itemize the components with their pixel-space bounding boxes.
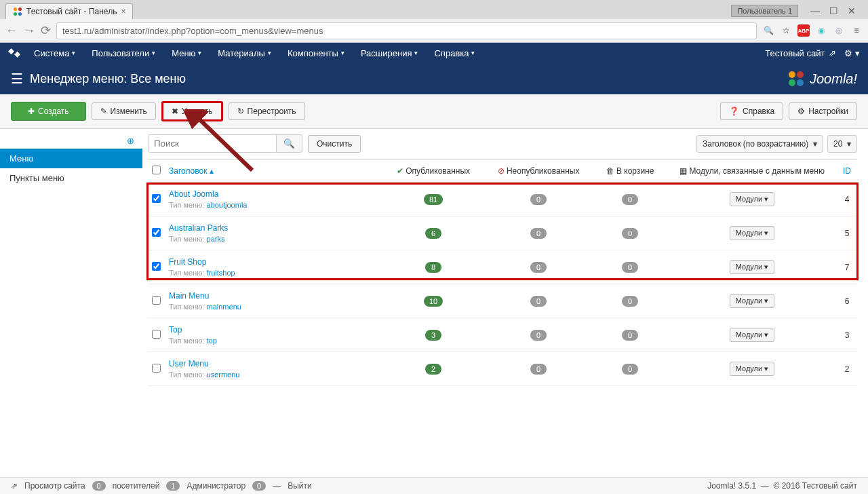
published-badge[interactable]: 81 bbox=[424, 194, 443, 205]
row-checkbox[interactable] bbox=[152, 228, 161, 237]
row-checkbox[interactable] bbox=[152, 262, 161, 271]
user-badge[interactable]: Пользователь 1 bbox=[731, 5, 798, 17]
row-type-link[interactable]: usermenu bbox=[207, 370, 240, 379]
site-link[interactable]: Тестовый сайт ⇗ bbox=[765, 48, 836, 58]
unpublished-badge[interactable]: 0 bbox=[530, 364, 547, 375]
modules-button[interactable]: Модули ▾ bbox=[730, 294, 774, 308]
unpublished-badge[interactable]: 0 bbox=[530, 262, 547, 273]
svg-point-0 bbox=[14, 7, 17, 10]
row-type-link[interactable]: fruitshop bbox=[207, 269, 235, 277]
published-badge[interactable]: 3 bbox=[425, 330, 441, 341]
joomla-brand-icon bbox=[787, 69, 806, 88]
clear-button[interactable]: Очистить bbox=[308, 135, 361, 153]
delete-button[interactable]: ✖ Удалить bbox=[161, 101, 223, 121]
row-type-link[interactable]: parks bbox=[207, 235, 225, 243]
row-title[interactable]: Fruit Shop bbox=[169, 257, 378, 267]
row-checkbox[interactable] bbox=[152, 296, 161, 305]
joomla-brand: Joomla! bbox=[787, 69, 857, 88]
nav-components[interactable]: Компоненты ▾ bbox=[281, 44, 351, 62]
col-title[interactable]: Заголовок bbox=[169, 166, 207, 176]
svg-point-1 bbox=[18, 7, 22, 10]
check-all[interactable] bbox=[152, 166, 161, 174]
menu-icon[interactable]: ≡ bbox=[850, 24, 863, 37]
modules-button[interactable]: Модули ▾ bbox=[730, 362, 774, 376]
row-checkbox[interactable] bbox=[152, 194, 161, 203]
unpublished-badge[interactable]: 0 bbox=[530, 296, 547, 307]
abp-icon[interactable]: ABP bbox=[797, 24, 810, 37]
nav-system[interactable]: Система ▾ bbox=[27, 44, 82, 62]
published-badge[interactable]: 2 bbox=[425, 364, 441, 375]
forward-icon[interactable]: → bbox=[23, 24, 35, 38]
close-window-icon[interactable]: ✕ bbox=[848, 5, 856, 16]
nav-content[interactable]: Материалы ▾ bbox=[211, 44, 278, 62]
nav-extensions[interactable]: Расширения ▾ bbox=[354, 44, 425, 62]
sidebar-item[interactable]: Меню bbox=[0, 149, 142, 168]
options-button[interactable]: ⚙ Настройки bbox=[789, 102, 857, 120]
row-id: 7 bbox=[837, 250, 857, 284]
row-title[interactable]: Main Menu bbox=[169, 291, 378, 301]
trashed-badge[interactable]: 0 bbox=[622, 296, 638, 307]
help-button[interactable]: ❓ Справка bbox=[720, 102, 783, 120]
main-panel: 🔍 Очистить Заголовок (по возрастанию) ▾ … bbox=[142, 129, 868, 392]
zoom-icon[interactable]: 🔍 bbox=[762, 24, 774, 37]
reload-icon[interactable]: ⟳ bbox=[41, 23, 51, 38]
nav-help[interactable]: Справка ▾ bbox=[427, 44, 481, 62]
trashed-badge[interactable]: 0 bbox=[622, 330, 638, 341]
maximize-icon[interactable]: ☐ bbox=[829, 5, 838, 16]
modules-button[interactable]: Модули ▾ bbox=[730, 260, 774, 274]
row-checkbox[interactable] bbox=[152, 330, 161, 339]
search-input[interactable] bbox=[148, 134, 277, 153]
row-type-link[interactable]: aboutjoomla bbox=[207, 201, 248, 209]
star-icon[interactable]: ☆ bbox=[780, 24, 792, 37]
address-bar: ← → ⟳ test1.ru/administrator/index.php?o… bbox=[0, 19, 868, 42]
extension-icons: 🔍 ☆ ABP ◉ ◎ ≡ bbox=[762, 24, 863, 37]
col-id[interactable]: ID bbox=[843, 166, 851, 176]
limit-select[interactable]: 20 ▾ bbox=[827, 135, 857, 153]
trashed-badge[interactable]: 0 bbox=[622, 194, 638, 205]
row-title[interactable]: User Menu bbox=[169, 359, 378, 368]
caret-down-icon: ▾ bbox=[268, 50, 271, 56]
unpublished-badge[interactable]: 0 bbox=[530, 194, 547, 205]
trashed-badge[interactable]: 0 bbox=[622, 262, 638, 273]
row-id: 2 bbox=[837, 352, 857, 386]
row-checkbox[interactable] bbox=[152, 364, 161, 373]
published-badge[interactable]: 10 bbox=[424, 296, 443, 307]
rebuild-button[interactable]: ↻ Перестроить bbox=[229, 102, 305, 120]
extension2-icon[interactable]: ◎ bbox=[833, 24, 845, 37]
module-icon: ▦ bbox=[679, 166, 687, 176]
url-field[interactable]: test1.ru/administrator/index.php?option=… bbox=[56, 22, 757, 39]
sort-select[interactable]: Заголовок (по возрастанию) ▾ bbox=[696, 135, 823, 153]
edit-button[interactable]: ✎ Изменить bbox=[92, 102, 156, 120]
search-button[interactable]: 🔍 bbox=[277, 134, 302, 153]
row-type-link[interactable]: mainmenu bbox=[207, 303, 241, 311]
row-title[interactable]: About Joomla bbox=[169, 189, 378, 199]
row-id: 6 bbox=[837, 284, 857, 318]
minimize-icon[interactable]: — bbox=[810, 5, 820, 16]
joomla-logo-icon[interactable] bbox=[8, 47, 20, 59]
published-badge[interactable]: 8 bbox=[425, 262, 441, 273]
modules-button[interactable]: Модули ▾ bbox=[730, 192, 774, 206]
sidebar-collapse-icon[interactable]: ⊕ bbox=[0, 133, 142, 149]
nav-menu[interactable]: Меню ▾ bbox=[165, 44, 208, 62]
create-button[interactable]: ✚ Создать bbox=[11, 102, 86, 121]
back-icon[interactable]: ← bbox=[5, 24, 18, 38]
row-type-link[interactable]: top bbox=[207, 337, 217, 345]
row-subtitle: Тип меню: usermenu bbox=[169, 370, 378, 379]
trashed-badge[interactable]: 0 bbox=[622, 364, 638, 375]
caret-down-icon: ▾ bbox=[198, 50, 201, 56]
trashed-badge[interactable]: 0 bbox=[622, 228, 638, 239]
unpublished-badge[interactable]: 0 bbox=[530, 330, 547, 341]
row-title[interactable]: Australian Parks bbox=[169, 223, 378, 233]
close-tab-icon[interactable]: × bbox=[121, 7, 125, 16]
published-badge[interactable]: 6 bbox=[425, 228, 441, 239]
modules-button[interactable]: Модули ▾ bbox=[730, 226, 774, 240]
gear-icon[interactable]: ⚙ ▾ bbox=[844, 48, 860, 58]
browser-tab[interactable]: Тестовый сайт - Панель × bbox=[5, 3, 133, 19]
table-row: Australian ParksТип меню: parks600Модули… bbox=[148, 216, 857, 250]
unpublished-badge[interactable]: 0 bbox=[530, 228, 547, 239]
row-title[interactable]: Top bbox=[169, 325, 378, 335]
extension1-icon[interactable]: ◉ bbox=[815, 24, 827, 37]
sidebar-item[interactable]: Пункты меню bbox=[0, 168, 142, 188]
modules-button[interactable]: Модули ▾ bbox=[730, 328, 774, 342]
nav-users[interactable]: Пользователи ▾ bbox=[85, 44, 162, 62]
